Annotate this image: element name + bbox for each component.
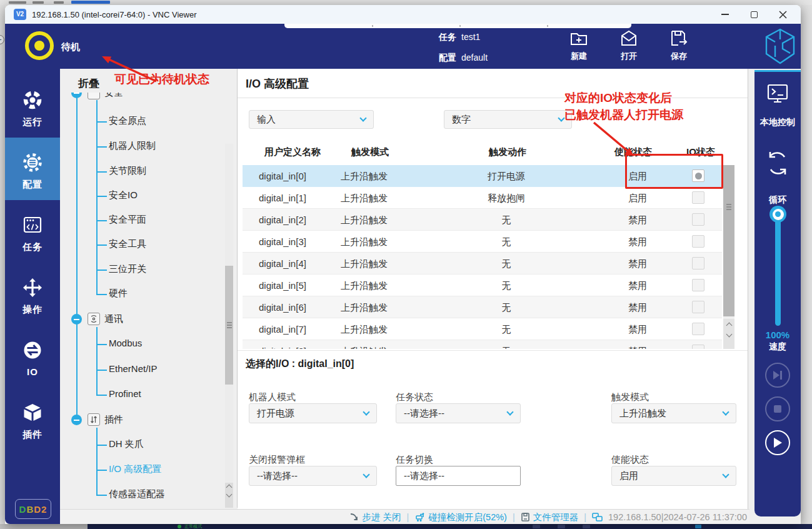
- tree-branch-line: [96, 327, 98, 395]
- io-state-indicator: [692, 213, 704, 226]
- sidebar-item-plugin[interactable]: 插件: [5, 388, 60, 450]
- window-titlebar[interactable]: V2 192.168.1.50 (intel-corei7-64:0) - VN…: [5, 5, 801, 24]
- sidebar-item-io[interactable]: IO: [5, 325, 60, 388]
- task-switch-input[interactable]: --请选择--: [396, 466, 521, 486]
- table-row[interactable]: digital_in[7] 上升沿触发 无 禁用: [243, 318, 722, 340]
- tree-scrollbar-handle[interactable]: [225, 266, 233, 385]
- tree-item-safety-plane[interactable]: 安全平面: [109, 214, 146, 226]
- scroll-up-button[interactable]: [226, 485, 233, 491]
- new-button[interactable]: 新建: [559, 29, 599, 62]
- tree-item-communication[interactable]: 通讯: [104, 313, 123, 325]
- gear-icon: [21, 151, 44, 174]
- tree-item-joint-limit[interactable]: 关节限制: [109, 165, 146, 177]
- table-row[interactable]: digital_in[1] 上升沿触发 释放抱闸 启用: [243, 187, 722, 209]
- selected-io-label: 选择的I/O : digital_in[0]: [246, 358, 354, 371]
- tree-item-safety-io[interactable]: 安全IO: [109, 189, 138, 201]
- tree-item-three-position-switch[interactable]: 三位开关: [109, 263, 146, 275]
- table-row[interactable]: digital_in[2] 上升沿触发 无 禁用: [243, 209, 722, 231]
- app-header: 待机 任务 test1 配置 default 新建: [5, 24, 801, 69]
- table-row[interactable]: digital_in[3] 上升沿触发 无 禁用: [243, 231, 722, 253]
- speed-slider-knob[interactable]: [769, 206, 786, 223]
- loop-icon: [764, 149, 791, 177]
- table-scrollbar-handle[interactable]: [723, 165, 734, 316]
- step-forward-button[interactable]: [765, 363, 790, 388]
- scroll-down-button[interactable]: [726, 331, 732, 338]
- enable-status: 禁用: [628, 253, 647, 275]
- speed-slider-track[interactable]: [775, 214, 781, 326]
- chevron-down-icon: [506, 408, 513, 415]
- table-row[interactable]: digital_in[6] 上升沿触发 无 禁用: [243, 296, 722, 318]
- tree-item-sensor-adapter[interactable]: 传感器适配器: [109, 488, 165, 500]
- task-status-label: 任务状态: [396, 391, 433, 403]
- sidebar-item-config[interactable]: 配置: [5, 138, 60, 200]
- io-name: digital_in[4]: [259, 253, 306, 275]
- maximize-button[interactable]: [739, 5, 768, 24]
- open-button[interactable]: 打开: [609, 29, 649, 62]
- task-value: test1: [461, 32, 480, 42]
- stop-button[interactable]: [765, 396, 790, 421]
- tree-item-safety-tool[interactable]: 安全工具: [109, 238, 146, 250]
- config-label: 配置: [439, 53, 456, 64]
- tree-item-modbus[interactable]: Modbus: [109, 338, 142, 348]
- table-row[interactable]: digital_in[4] 上升沿触发 无 禁用: [243, 253, 722, 275]
- trigger-mode: 上升沿触发: [341, 340, 388, 349]
- collapse-button[interactable]: 折叠: [78, 76, 99, 91]
- sidebar-item-run[interactable]: 运行: [5, 75, 60, 138]
- io-name: digital_in[0]: [259, 165, 306, 187]
- trigger-mode-dropdown[interactable]: 上升沿触发: [611, 403, 736, 423]
- enable-status: 启用: [628, 165, 647, 187]
- task-status-dropdown[interactable]: --请选择--: [396, 403, 521, 423]
- tree-item-hardware[interactable]: 硬件: [109, 288, 128, 300]
- save-button[interactable]: 保存: [659, 29, 699, 62]
- standby-indicator-icon: [25, 31, 54, 60]
- close-button[interactable]: [768, 5, 797, 24]
- background-fragment: [9, 1, 26, 4]
- enable-status-dropdown[interactable]: 启用: [611, 466, 736, 486]
- tree-tick: [96, 146, 107, 148]
- io-state-indicator: [692, 257, 704, 270]
- tree-item-io-advanced-config[interactable]: I/O 高级配置: [109, 463, 161, 475]
- sidebar-item-operate[interactable]: 操作: [5, 263, 60, 325]
- enable-status: 禁用: [628, 340, 647, 349]
- tree-item-safety-origin[interactable]: 安全原点: [109, 115, 146, 127]
- tree-tick: [96, 270, 107, 271]
- collision-icon: [414, 512, 425, 522]
- table-row-selected[interactable]: digital_in[0] 上升沿触发 打开电源 启用: [243, 165, 722, 187]
- collision-detect-status[interactable]: 碰撞检测开启(52%): [414, 511, 507, 523]
- table-row[interactable]: digital_in[5] 上升沿触发 无 禁用: [243, 275, 722, 296]
- play-button[interactable]: [765, 430, 790, 455]
- tree-item-dh-gripper[interactable]: DH 夹爪: [109, 438, 144, 450]
- dbd2-badge-button[interactable]: DBD2: [15, 499, 51, 519]
- brand-logo-icon: [764, 28, 796, 68]
- close-alarm-dropdown[interactable]: --请选择--: [249, 466, 377, 486]
- step-mode-status[interactable]: 步进 关闭: [349, 511, 401, 523]
- io-state-indicator: [692, 323, 704, 335]
- normal-mode-label: 正常模式: [184, 524, 202, 529]
- loop-button[interactable]: [764, 149, 791, 179]
- tree-collapse-bullet[interactable]: [71, 93, 82, 98]
- tree-item-plugins[interactable]: 插件: [104, 414, 123, 426]
- vnc-toolbar-notch[interactable]: [284, 24, 631, 28]
- tree-item-robot-limit[interactable]: 机器人限制: [109, 140, 156, 152]
- network-status[interactable]: [592, 513, 603, 522]
- tree-collapse-bullet[interactable]: [71, 415, 82, 425]
- trigger-mode-label: 触发模式: [611, 391, 649, 403]
- io-state-indicator: [692, 191, 704, 204]
- vnc-app-icon: V2: [14, 9, 26, 20]
- tree-item-ethernet-ip[interactable]: EtherNet/IP: [109, 363, 158, 374]
- tree-item-safety[interactable]: 安全: [104, 93, 123, 99]
- minimize-button[interactable]: [711, 5, 739, 24]
- scroll-down-button[interactable]: [226, 491, 233, 498]
- robot-mode-dropdown[interactable]: 打开电源: [249, 403, 377, 423]
- trigger-action: 释放抱闸: [450, 187, 563, 209]
- table-row-partial[interactable]: digital_in[8] 上升沿触发 无 禁用: [243, 340, 722, 349]
- tree-item-profinet[interactable]: Profinet: [109, 388, 141, 399]
- separator: |: [513, 512, 515, 522]
- local-control-button[interactable]: [765, 82, 790, 108]
- loop-label: 循环: [754, 194, 801, 206]
- file-manager-button[interactable]: 文件管理器: [521, 511, 579, 523]
- scroll-up-button[interactable]: [726, 323, 732, 329]
- tree-collapse-bullet[interactable]: [71, 314, 82, 325]
- sidebar-item-task[interactable]: 任务: [5, 200, 60, 263]
- background-icon: [533, 525, 540, 528]
